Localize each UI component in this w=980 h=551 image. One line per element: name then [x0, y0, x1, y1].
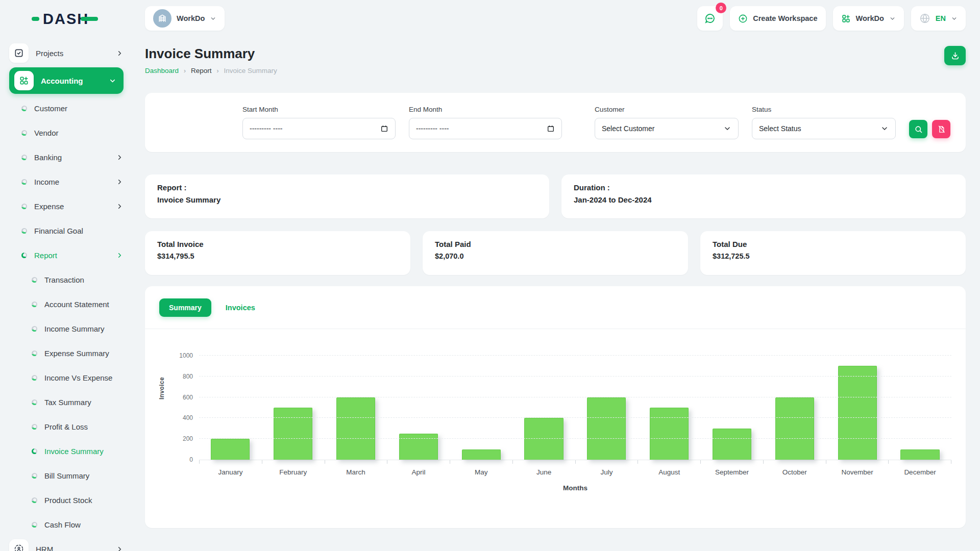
bar-february[interactable]: [274, 408, 312, 460]
x-tick: [262, 460, 325, 464]
bar-may[interactable]: [462, 449, 501, 460]
bullet-icon: [32, 350, 37, 356]
topbar-right: 0 Create Workspace WorkDo EN: [697, 6, 966, 31]
x-label-march: March: [325, 468, 387, 476]
y-tick-200: 200: [170, 435, 193, 442]
sidebar-item-report[interactable]: Report: [9, 243, 124, 267]
customer-label: Customer: [595, 106, 739, 113]
start-month-field: Start Month --------- ----: [242, 106, 396, 139]
sidebar-item-projects[interactable]: Projects: [9, 41, 124, 65]
customer-select[interactable]: Select Customer: [595, 118, 739, 139]
app-root: DASH ProjectsAccountingCustomerVendorBan…: [0, 0, 980, 551]
filter-card: Start Month --------- ---- End Month ---…: [145, 93, 966, 152]
tab-invoices[interactable]: Invoices: [226, 304, 255, 312]
sidebar-item-profit-loss[interactable]: Profit & Loss: [9, 414, 124, 439]
workdo-menu-label: WorkDo: [856, 14, 884, 22]
sidebar-item-accounting[interactable]: Accounting: [9, 67, 124, 94]
tabs: Summary Invoices: [159, 298, 951, 317]
bar-column-december: [889, 356, 951, 460]
y-tick-600: 600: [170, 394, 193, 401]
chevron-down-icon: [880, 124, 889, 133]
sidebar-item-income-summary[interactable]: Income Summary: [9, 316, 124, 341]
x-label-july: July: [575, 468, 638, 476]
x-tick: [889, 460, 951, 464]
end-month-input[interactable]: --------- ----: [409, 118, 562, 139]
calendar-icon: [547, 124, 555, 133]
sidebar-item-hrm[interactable]: HRM: [9, 537, 124, 551]
sidebar-item-expense-summary[interactable]: Expense Summary: [9, 341, 124, 365]
workspace-avatar: [153, 9, 172, 28]
chevron-right-icon: [116, 545, 124, 551]
bar-column-september: [701, 356, 764, 460]
total-due-card: Total Due $312,725.5: [700, 231, 966, 275]
duration-value: Jan-2024 to Dec-2024: [574, 195, 953, 204]
x-label-april: April: [387, 468, 450, 476]
x-label-october: October: [763, 468, 826, 476]
breadcrumb-dashboard[interactable]: Dashboard: [145, 67, 179, 74]
create-workspace-button[interactable]: Create Workspace: [730, 6, 825, 31]
status-select[interactable]: Select Status: [752, 118, 896, 139]
sidebar-item-bill-summary[interactable]: Bill Summary: [9, 463, 124, 488]
bar-column-july: [575, 356, 638, 460]
bar-june[interactable]: [524, 418, 563, 460]
bar-july[interactable]: [587, 397, 626, 460]
sidebar-item-income-vs-expense[interactable]: Income Vs Expense: [9, 365, 124, 390]
bar-october[interactable]: [775, 397, 814, 460]
checkbox-icon: [9, 43, 29, 63]
tab-summary[interactable]: Summary: [159, 298, 211, 317]
reset-filter-button[interactable]: [932, 120, 950, 138]
sidebar-item-banking[interactable]: Banking: [9, 145, 124, 169]
chevron-right-icon: [116, 203, 124, 210]
bullet-icon: [32, 277, 37, 283]
chart-plot-area: 02004006008001000: [199, 356, 951, 460]
download-report-button[interactable]: [944, 46, 966, 65]
bar-august[interactable]: [650, 408, 689, 460]
invoice-bar-chart: Invoice 02004006008001000 JanuaryFebruar…: [159, 356, 951, 492]
bullet-icon: [21, 228, 27, 234]
sidebar-item-vendor[interactable]: Vendor: [9, 120, 124, 145]
workdo-menu[interactable]: WorkDo: [833, 6, 904, 31]
search-button[interactable]: [909, 120, 927, 138]
x-tick: [387, 460, 450, 464]
bar-column-april: [387, 356, 450, 460]
sidebar-item-cash-flow[interactable]: Cash Flow: [9, 512, 124, 537]
sidebar-item-financial-goal[interactable]: Financial Goal: [9, 218, 124, 243]
bar-december[interactable]: [900, 449, 939, 460]
search-icon: [914, 125, 923, 134]
sidebar-item-income[interactable]: Income: [9, 169, 124, 194]
chart-bars: [199, 356, 951, 460]
bar-march[interactable]: [336, 397, 375, 460]
x-axis-labels: JanuaryFebruaryMarchAprilMayJuneJulyAugu…: [199, 468, 951, 476]
report-duration-row: Report : Invoice Summary Duration : Jan-…: [145, 174, 966, 218]
brand-logo[interactable]: DASH: [0, 0, 133, 38]
bar-column-march: [325, 356, 387, 460]
bullet-icon: [32, 375, 37, 381]
sidebar-item-expense[interactable]: Expense: [9, 194, 124, 218]
language-code: EN: [936, 14, 946, 22]
bar-january[interactable]: [211, 439, 250, 460]
bar-november[interactable]: [838, 366, 877, 460]
breadcrumb-report[interactable]: Report: [191, 67, 212, 74]
workspace-selector[interactable]: WorkDo: [145, 6, 225, 31]
y-tick-400: 400: [170, 414, 193, 421]
sidebar-item-tax-summary[interactable]: Tax Summary: [9, 390, 124, 414]
x-label-november: November: [826, 468, 889, 476]
chevron-down-icon: [109, 77, 116, 85]
messages-button[interactable]: 0: [697, 6, 723, 31]
logo-accent-right: [81, 17, 98, 21]
bullet-icon: [21, 106, 27, 111]
language-selector[interactable]: EN: [911, 6, 966, 31]
sidebar-item-account-statement[interactable]: Account Statement: [9, 292, 124, 316]
grid-plus-icon: [14, 71, 34, 90]
bar-september[interactable]: [713, 429, 751, 460]
x-tick: [450, 460, 513, 464]
gridline-400: [199, 417, 951, 418]
bar-april[interactable]: [399, 434, 438, 460]
start-month-input[interactable]: --------- ----: [242, 118, 396, 139]
sidebar-item-customer[interactable]: Customer: [9, 96, 124, 120]
x-label-august: August: [638, 468, 701, 476]
sidebar-item-transaction[interactable]: Transaction: [9, 267, 124, 292]
sidebar-item-product-stock[interactable]: Product Stock: [9, 488, 124, 512]
sidebar-item-invoice-summary[interactable]: Invoice Summary: [9, 439, 124, 463]
y-tick-800: 800: [170, 373, 193, 380]
